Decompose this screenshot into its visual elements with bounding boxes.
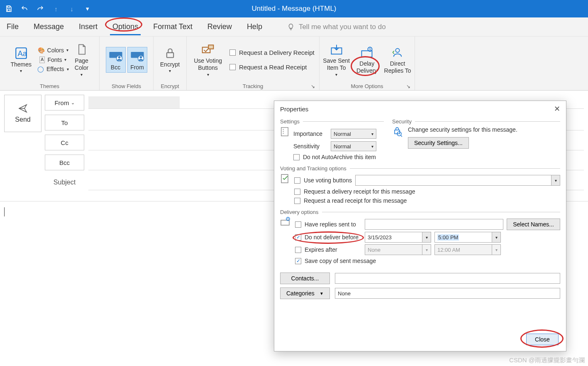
tab-review[interactable]: Review bbox=[205, 19, 234, 34]
effects-button[interactable]: ◯Effects▾ bbox=[36, 65, 71, 74]
sensitivity-value: Normal bbox=[334, 143, 351, 150]
use-voting-label: Use voting buttons bbox=[304, 177, 352, 184]
themes-label: Themes bbox=[10, 61, 32, 68]
from-button[interactable]: From ⌄ bbox=[45, 95, 84, 111]
undo-icon[interactable] bbox=[20, 4, 29, 13]
security-text: Change security settings for this messag… bbox=[408, 126, 517, 133]
page-color-label: Page Color bbox=[75, 57, 88, 71]
select-names-button[interactable]: Select Names... bbox=[507, 219, 560, 230]
dialog-launcher-icon[interactable]: ↘ bbox=[311, 84, 315, 89]
effects-icon: ◯ bbox=[37, 66, 44, 73]
direct-replies-button[interactable]: Direct Replies To bbox=[382, 44, 414, 76]
themes-button[interactable]: Aa Themes▾ bbox=[8, 44, 34, 76]
group-label-more-options: More Options↘ bbox=[323, 81, 411, 90]
security-settings-button[interactable]: Security Settings... bbox=[408, 137, 469, 149]
colors-label: Colors bbox=[47, 47, 64, 54]
voting-icon bbox=[201, 42, 215, 56]
deliver-date-combo[interactable]: 3/15/2023▾ bbox=[365, 232, 431, 243]
tell-me-search[interactable]: Tell me what you want to do bbox=[287, 23, 386, 31]
tab-file[interactable]: File bbox=[4, 19, 21, 34]
save-copy-checkbox[interactable]: ✓Save copy of sent message bbox=[295, 258, 560, 264]
from-icon bbox=[130, 49, 144, 63]
security-icon bbox=[392, 126, 402, 149]
no-autoarchive-checkbox[interactable]: Do not AutoArchive this item bbox=[293, 154, 384, 160]
dialog-launcher-icon[interactable]: ↘ bbox=[406, 84, 410, 89]
voting-buttons-combo[interactable]: ▾ bbox=[355, 175, 560, 186]
have-replies-label: Have replies sent to bbox=[305, 221, 356, 228]
save-sent-icon bbox=[329, 42, 344, 56]
contacts-input[interactable] bbox=[335, 273, 560, 284]
replies-input[interactable] bbox=[365, 219, 503, 230]
categories-value[interactable]: None bbox=[335, 288, 560, 299]
bcc-label: Bcc bbox=[111, 64, 120, 71]
request-delivery-receipt-checkbox[interactable]: Request a Delivery Receipt bbox=[229, 48, 315, 57]
request-delivery-receipt-checkbox[interactable]: Request a delivery receipt for this mess… bbox=[294, 188, 560, 195]
legend-voting: Voting and Tracking options bbox=[280, 165, 346, 172]
send-button[interactable]: Send bbox=[4, 95, 41, 132]
encrypt-button[interactable]: Encrypt▾ bbox=[158, 44, 182, 76]
up-arrow-icon[interactable]: ↑ bbox=[51, 4, 61, 13]
subject-label: Subject bbox=[45, 179, 84, 186]
svg-rect-12 bbox=[208, 45, 213, 49]
close-icon[interactable]: ✕ bbox=[554, 104, 560, 113]
categories-button[interactable]: Categories▼ bbox=[280, 287, 330, 299]
redo-icon[interactable] bbox=[36, 4, 45, 13]
expire-time-combo[interactable]: 12:00 AM▾ bbox=[434, 244, 501, 255]
bcc-button[interactable]: Bcc bbox=[45, 155, 84, 170]
chevron-down-icon: ⌄ bbox=[71, 100, 75, 106]
lightbulb-icon bbox=[287, 23, 295, 31]
expire-date-combo[interactable]: None▾ bbox=[365, 244, 431, 255]
svg-line-23 bbox=[401, 135, 402, 137]
down-arrow-icon[interactable]: ↓ bbox=[67, 4, 76, 13]
from-label: From bbox=[130, 64, 144, 71]
use-voting-buttons-checkbox[interactable]: Use voting buttons bbox=[294, 177, 352, 184]
delay-delivery-button[interactable]: Delay Delivery bbox=[354, 44, 380, 76]
lock-icon bbox=[163, 46, 177, 60]
importance-value: Normal bbox=[334, 131, 351, 137]
save-sent-item-button[interactable]: Save Sent Item To▾ bbox=[320, 41, 352, 79]
page-color-button[interactable]: Page Color▾ bbox=[72, 41, 91, 79]
tab-options[interactable]: Options bbox=[110, 19, 141, 34]
chevron-down-icon: ▾ bbox=[492, 232, 501, 243]
from-button[interactable]: From bbox=[127, 47, 147, 73]
checkbox-icon bbox=[229, 64, 236, 70]
sensitivity-select[interactable]: Normal▾ bbox=[331, 141, 376, 151]
effects-label: Effects bbox=[46, 66, 64, 73]
title-bar: ↑ ↓ ▾ Untitled - Message (HTML) bbox=[0, 0, 588, 17]
tab-format-text[interactable]: Format Text bbox=[151, 19, 195, 34]
direct-replies-label: Direct Replies To bbox=[384, 60, 411, 74]
tab-help[interactable]: Help bbox=[244, 19, 265, 34]
svg-point-6 bbox=[118, 56, 120, 59]
expires-after-checkbox[interactable]: Expires after bbox=[295, 246, 361, 253]
ribbon-group-encrypt: Encrypt▾ Encrypt bbox=[154, 37, 187, 90]
colors-icon: 🎨 bbox=[38, 47, 45, 54]
fonts-button[interactable]: AFonts▾ bbox=[36, 56, 71, 64]
no-autoarchive-label: Do not AutoArchive this item bbox=[303, 154, 376, 160]
importance-label: Importance bbox=[293, 130, 327, 137]
save-sent-label: Save Sent Item To bbox=[323, 57, 350, 71]
importance-select[interactable]: Normal▾ bbox=[331, 129, 376, 139]
cc-button[interactable]: Cc bbox=[45, 135, 84, 150]
svg-rect-25 bbox=[281, 220, 289, 225]
to-button[interactable]: To bbox=[45, 115, 84, 130]
checkbox-icon bbox=[295, 247, 301, 253]
quick-access-toolbar: ↑ ↓ ▾ bbox=[4, 4, 92, 13]
expire-time-value: 12:00 AM bbox=[434, 244, 492, 255]
qat-customize-icon[interactable]: ▾ bbox=[83, 4, 92, 13]
close-button[interactable]: Close bbox=[526, 334, 559, 345]
colors-button[interactable]: 🎨Colors▾ bbox=[36, 46, 71, 55]
req-delivery-label: Request a delivery receipt for this mess… bbox=[304, 188, 415, 195]
bcc-button[interactable]: Bcc bbox=[106, 47, 126, 73]
svg-point-16 bbox=[395, 49, 399, 52]
do-not-deliver-before-checkbox[interactable]: ✓Do not deliver before bbox=[295, 234, 361, 241]
save-icon[interactable] bbox=[4, 4, 13, 13]
tab-insert[interactable]: Insert bbox=[76, 19, 100, 34]
voting-buttons-button[interactable]: Use Voting Buttons▾ bbox=[191, 41, 224, 79]
deliver-time-combo[interactable]: 5:00 PM▾ bbox=[434, 232, 501, 243]
request-read-receipt-checkbox[interactable]: Request a Read Receipt bbox=[229, 63, 315, 71]
contacts-button[interactable]: Contacts... bbox=[280, 273, 330, 284]
request-read-receipt-checkbox[interactable]: Request a read receipt for this message bbox=[294, 197, 560, 204]
svg-point-9 bbox=[139, 56, 142, 59]
have-replies-sent-to-checkbox[interactable]: Have replies sent to bbox=[295, 221, 361, 228]
tab-message[interactable]: Message bbox=[31, 19, 66, 34]
